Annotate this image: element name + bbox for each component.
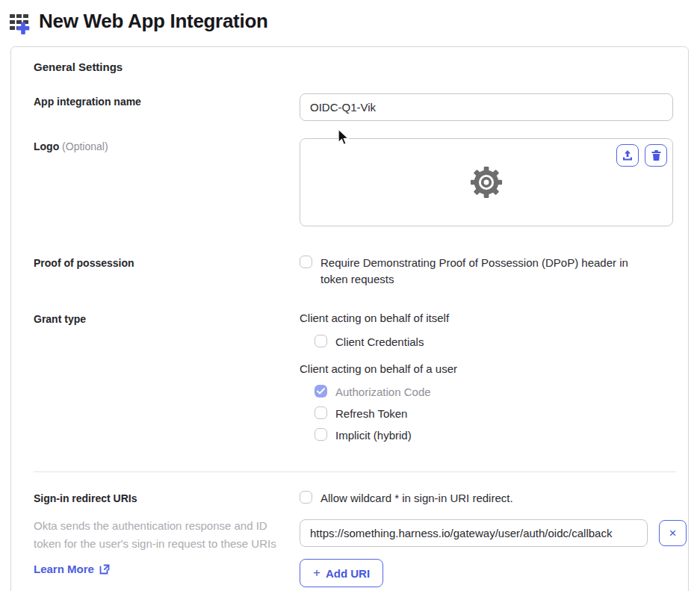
grant-option-authorization-code: Authorization Code xyxy=(315,384,676,400)
app-grid-plus-icon xyxy=(9,12,31,34)
dpop-checkbox[interactable] xyxy=(300,256,312,268)
upload-icon xyxy=(622,149,634,161)
signin-redirect-help-text: Okta sends the authentication response a… xyxy=(34,517,291,553)
gear-icon xyxy=(469,165,504,199)
authorization-code-label: Authorization Code xyxy=(335,384,431,400)
grant-option-refresh-token: Refresh Token xyxy=(315,406,676,422)
refresh-token-checkbox[interactable] xyxy=(315,406,327,419)
app-name-input[interactable] xyxy=(300,93,673,121)
plus-icon: + xyxy=(313,566,320,581)
add-uri-label: Add URI xyxy=(326,567,370,580)
logo-label: Logo (Optional) xyxy=(34,138,300,226)
add-uri-button[interactable]: + Add URI xyxy=(300,559,383,587)
check-icon xyxy=(317,388,325,394)
authorization-code-checkbox[interactable] xyxy=(315,385,327,397)
redirect-uri-input[interactable] xyxy=(300,519,648,547)
close-icon: × xyxy=(669,526,677,541)
proof-of-possession-label: Proof of possession xyxy=(34,255,300,288)
delete-logo-button[interactable] xyxy=(645,144,667,167)
remove-uri-button[interactable]: × xyxy=(659,520,687,546)
wildcard-checkbox[interactable] xyxy=(300,491,312,504)
implicit-hybrid-label[interactable]: Implicit (hybrid) xyxy=(335,427,412,444)
proof-of-possession-row: Proof of possession Require Demonstratin… xyxy=(23,255,676,288)
grant-option-client-credentials: Client Credentials xyxy=(315,334,676,350)
logo-dropzone[interactable] xyxy=(300,138,673,226)
app-name-row: App integration name xyxy=(23,93,676,121)
signin-redirect-label: Sign-in redirect URIs xyxy=(34,490,300,504)
app-name-label: App integration name xyxy=(34,93,300,121)
section-title: General Settings xyxy=(23,59,676,73)
wildcard-checkbox-label[interactable]: Allow wildcard * in sign-in URI redirect… xyxy=(320,490,513,507)
uri-row: × xyxy=(300,519,687,547)
trash-icon xyxy=(651,149,662,161)
logo-optional-label: (Optional) xyxy=(62,140,108,152)
client-credentials-checkbox[interactable] xyxy=(315,335,327,347)
signin-redirect-row: Sign-in redirect URIs Okta sends the aut… xyxy=(23,490,676,587)
learn-more-link[interactable]: Learn More xyxy=(34,563,300,575)
section-divider xyxy=(34,471,676,472)
page-header: New Web App Integration xyxy=(0,0,700,33)
logo-row: Logo (Optional) xyxy=(23,138,676,226)
grant-group-itself-title: Client acting on behalf of itself xyxy=(300,311,676,326)
learn-more-label: Learn More xyxy=(34,563,94,575)
grant-option-implicit: Implicit (hybrid) xyxy=(315,427,676,444)
upload-logo-button[interactable] xyxy=(616,144,639,167)
external-link-icon xyxy=(99,564,110,575)
implicit-hybrid-checkbox[interactable] xyxy=(315,428,327,441)
grant-group-user-title: Client acting on behalf of a user xyxy=(300,362,676,377)
general-settings-card: General Settings App integration name Lo… xyxy=(10,46,689,591)
client-credentials-label[interactable]: Client Credentials xyxy=(335,334,424,350)
wildcard-checkbox-row: Allow wildcard * in sign-in URI redirect… xyxy=(300,490,687,507)
dpop-checkbox-label[interactable]: Require Demonstrating Proof of Possessio… xyxy=(320,255,654,288)
refresh-token-label[interactable]: Refresh Token xyxy=(335,406,407,422)
grant-type-label: Grant type xyxy=(34,311,300,449)
grant-type-row: Grant type Client acting on behalf of it… xyxy=(23,311,676,449)
page-title: New Web App Integration xyxy=(39,10,268,33)
